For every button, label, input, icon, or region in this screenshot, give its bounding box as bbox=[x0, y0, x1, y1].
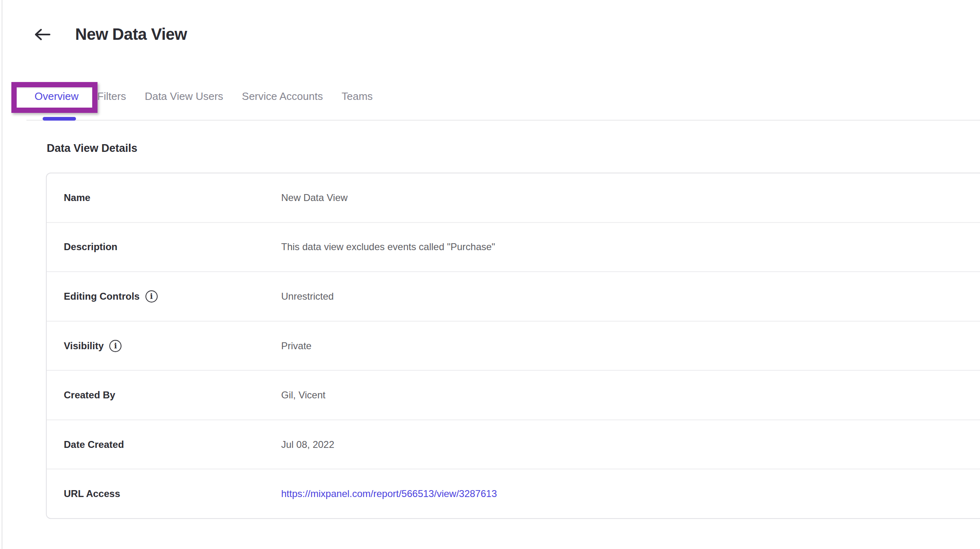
page-header: New Data View bbox=[34, 25, 187, 43]
tabbar: Overview Filters Data View Users Service… bbox=[35, 90, 373, 103]
page-title: New Data View bbox=[75, 25, 187, 43]
table-row-date-created: Date Created Jul 08, 2022 bbox=[47, 419, 980, 469]
row-label: Date Created bbox=[64, 439, 124, 450]
table-row-name: Name New Data View bbox=[47, 173, 980, 222]
table-row-visibility: Visibility i Private bbox=[47, 321, 980, 370]
tab-overview[interactable]: Overview bbox=[35, 90, 78, 103]
info-icon[interactable]: i bbox=[145, 290, 158, 303]
row-value: New Data View bbox=[281, 192, 348, 203]
active-tab-indicator bbox=[43, 117, 76, 121]
table-row-description: Description This data view excludes even… bbox=[47, 222, 980, 272]
section-heading: Data View Details bbox=[47, 142, 137, 155]
row-label: URL Access bbox=[64, 488, 120, 499]
row-value: Gil, Vicent bbox=[281, 389, 325, 401]
row-label: Editing Controls i bbox=[64, 290, 158, 303]
back-button[interactable] bbox=[34, 26, 52, 43]
row-value: Jul 08, 2022 bbox=[281, 439, 334, 450]
row-label-text: Editing Controls bbox=[64, 291, 140, 302]
row-value: Unrestricted bbox=[281, 291, 334, 302]
row-label: Name bbox=[64, 192, 90, 203]
row-label: Description bbox=[64, 241, 117, 253]
row-label: Created By bbox=[64, 389, 115, 401]
arrow-left-icon bbox=[35, 28, 51, 41]
row-label: Visibility i bbox=[64, 340, 121, 352]
tab-service-accounts[interactable]: Service Accounts bbox=[242, 90, 323, 103]
tabbar-divider bbox=[26, 120, 980, 121]
data-view-details-card: Name New Data View Description This data… bbox=[46, 173, 980, 519]
table-row-created-by: Created By Gil, Vicent bbox=[47, 370, 980, 419]
row-value: This data view excludes events called "P… bbox=[281, 241, 495, 253]
tab-data-view-users[interactable]: Data View Users bbox=[145, 90, 223, 103]
sidebar-edge-divider bbox=[2, 0, 2, 549]
tab-teams[interactable]: Teams bbox=[342, 90, 373, 103]
tab-filters[interactable]: Filters bbox=[97, 90, 126, 103]
table-row-editing-controls: Editing Controls i Unrestricted bbox=[47, 271, 980, 321]
row-value: Private bbox=[281, 340, 312, 352]
data-view-url-link[interactable]: https://mixpanel.com/report/566513/view/… bbox=[281, 488, 497, 499]
table-row-url-access: URL Access https://mixpanel.com/report/5… bbox=[47, 469, 980, 518]
row-label-text: Visibility bbox=[64, 340, 104, 352]
info-icon[interactable]: i bbox=[109, 340, 121, 352]
